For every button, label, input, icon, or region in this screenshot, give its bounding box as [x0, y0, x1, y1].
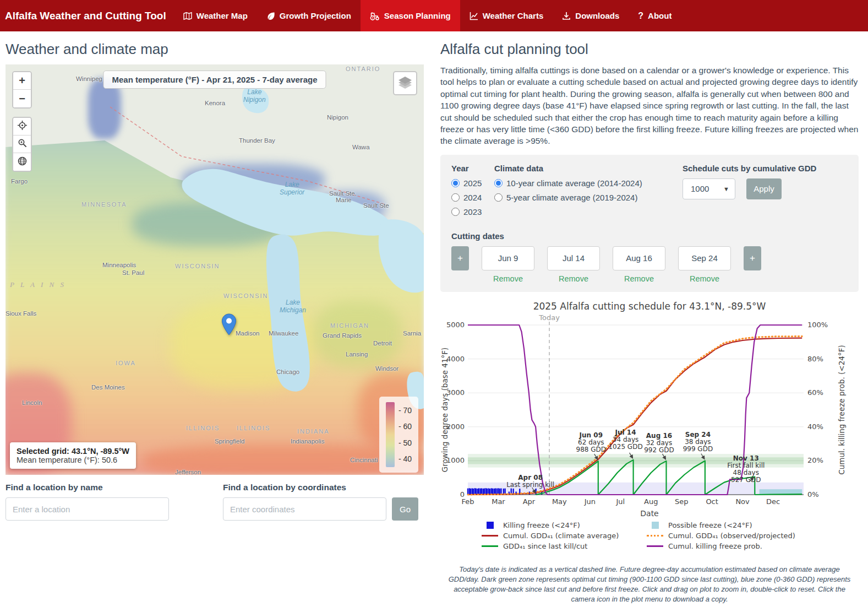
- map-label-minnesota: MINNESOTA: [81, 201, 127, 208]
- map-section-title: Weather and climate map: [6, 41, 424, 58]
- globe-button[interactable]: [13, 153, 31, 171]
- temperature-legend: - 70- 60- 50- 40: [379, 397, 418, 473]
- temperature-legend-gradient: [386, 402, 395, 467]
- schedule-label: Schedule cuts by cumulative GDD: [683, 164, 848, 173]
- cutting-date-input-4[interactable]: [678, 246, 731, 270]
- svg-text:1025 GDD: 1025 GDD: [608, 442, 642, 450]
- gdd-select[interactable]: 1000 ▼: [683, 178, 735, 199]
- legend-item-cumul-gdd-climate-average-[interactable]: Cumul. GDD₄₁ (climate average): [482, 532, 647, 540]
- add-cutting-date-button-left[interactable]: +: [451, 246, 469, 270]
- nav-item-downloads[interactable]: Downloads: [553, 0, 629, 31]
- cutting-date-input-1[interactable]: [482, 246, 534, 270]
- locate-button[interactable]: [13, 118, 31, 136]
- selected-grid-coords: Selected grid: 43.1°N, -89.5°W: [17, 447, 129, 456]
- year-label: Year: [451, 164, 494, 173]
- year-radio-2024[interactable]: [451, 193, 460, 202]
- map-label-marie: Marie: [336, 197, 352, 203]
- temperature-legend-tick: - 60: [398, 422, 412, 431]
- svg-text:Growing degree days (base 41°F: Growing degree days (base 41°F): [440, 347, 449, 472]
- weather-map[interactable]: ONTARIOWinnipegKenoraLake NipigonNipigon…: [6, 64, 424, 475]
- year-option-2024[interactable]: 2024: [451, 193, 494, 202]
- temperature-overlay-cold-patch: [182, 164, 325, 197]
- year-option-label: 2023: [463, 207, 482, 216]
- remove-date-link-4[interactable]: Remove: [690, 274, 719, 283]
- nav-item-season-planning[interactable]: Season Planning: [361, 0, 460, 31]
- remove-date-link-3[interactable]: Remove: [624, 274, 654, 283]
- map-label-lansing: Lansing: [346, 351, 368, 358]
- year-option-2023[interactable]: 2023: [451, 207, 494, 216]
- map-label-wisconsin: WISCONSIN: [223, 293, 269, 299]
- cutting-schedule-plot[interactable]: TodayApr 08Last spring killJun 0962 days…: [440, 314, 850, 508]
- climate-option-5-year-climate-average-2019-2024-[interactable]: 5-year climate average (2019-2024): [494, 193, 681, 202]
- year-radio-2025[interactable]: [451, 179, 460, 187]
- nav-items: Weather MapGrowth ProjectionSeason Plann…: [174, 0, 681, 31]
- question-icon: ?: [638, 12, 643, 20]
- svg-text:Jul 14: Jul 14: [615, 428, 636, 436]
- climate-data-group: Climate data 10-year climate average (20…: [494, 164, 681, 221]
- svg-text:Mar: Mar: [492, 497, 505, 506]
- cutting-date-3: Remove: [613, 246, 665, 283]
- x-axis-title: Date: [440, 509, 859, 518]
- temperature-legend-tick: - 70: [398, 406, 412, 415]
- apply-button[interactable]: Apply: [746, 178, 782, 199]
- legend-item-cumul-killing-freeze-prob-[interactable]: Cumul. killing freeze prob.: [647, 542, 817, 550]
- map-label-detroit: Detroit: [373, 340, 392, 346]
- layers-control[interactable]: [393, 71, 417, 95]
- map-layer-title: Mean temperature (°F) - Apr 21, 2025 - 7…: [103, 71, 326, 89]
- svg-text:Today: Today: [538, 314, 560, 322]
- map-label-cincinnati: Cincinnati: [350, 457, 378, 463]
- svg-text:20%: 20%: [807, 456, 823, 464]
- nav-item-about[interactable]: ?About: [629, 0, 681, 31]
- climate-radio-5-year-climate-average-2019-2024-[interactable]: [494, 193, 503, 202]
- selected-location-marker[interactable]: [221, 313, 237, 338]
- legend-item-killing-freeze-24-f-[interactable]: Killing freeze (<24°F): [482, 521, 647, 529]
- legend-label: GDD₄₁ since last kill/cut: [503, 542, 587, 550]
- nav-item-weather-charts[interactable]: Weather Charts: [460, 0, 553, 31]
- nav-item-growth-projection[interactable]: Growth Projection: [257, 0, 361, 31]
- search-button[interactable]: [13, 136, 31, 153]
- climate-option-10-year-climate-average-2014-2024-[interactable]: 10-year climate average (2014-2024): [494, 178, 681, 188]
- map-label-grand-rapids: Grand Rapids: [323, 332, 362, 339]
- coordinates-input[interactable]: [223, 497, 386, 521]
- go-button[interactable]: Go: [392, 497, 418, 521]
- legend-swatch: [482, 535, 498, 537]
- planner-column: Alfalfa cut planning tool Traditionally,…: [440, 31, 859, 604]
- map-icon: [183, 12, 192, 20]
- top-nav: Alfalfa Weather and Cutting Tool Weather…: [0, 0, 868, 31]
- map-label-winnipeg: Winnipeg: [76, 75, 102, 82]
- year-option-2025[interactable]: 2025: [451, 178, 494, 188]
- legend-item-possible-freeze-24-f-[interactable]: Possible freeze (<24°F): [647, 521, 817, 529]
- chart-footnote: Today's date is indicated as a vertical …: [444, 565, 855, 605]
- add-cutting-date-button-right[interactable]: +: [744, 246, 761, 270]
- map-label-lake-michigan: Lake Michigan: [280, 299, 306, 315]
- remove-date-link-2[interactable]: Remove: [559, 274, 588, 283]
- map-label-p-l-a-i-n-s: P L A I N S: [10, 280, 66, 289]
- legend-item-cumul-gdd-observed-projected-[interactable]: Cumul. GDD₄₁ (observed/projected): [647, 532, 817, 540]
- year-radio-2023[interactable]: [451, 208, 460, 216]
- svg-text:999 GDD: 999 GDD: [683, 445, 713, 453]
- cutting-date-input-3[interactable]: [613, 246, 665, 270]
- nav-item-weather-map[interactable]: Weather Map: [174, 0, 257, 31]
- zoom-in-button[interactable]: +: [13, 72, 31, 90]
- map-label-jefferson: Jefferson: [175, 469, 201, 475]
- selected-grid-temperature: Mean temperature (°F): 50.6: [17, 456, 129, 464]
- lakes-layer: [6, 64, 424, 475]
- svg-text:May: May: [552, 497, 567, 506]
- svg-text:0%: 0%: [807, 490, 819, 499]
- location-name-input[interactable]: [6, 497, 169, 521]
- climate-radio-10-year-climate-average-2014-2024-[interactable]: [494, 179, 503, 187]
- cutting-date-input-2[interactable]: [547, 246, 600, 270]
- remove-date-link-1[interactable]: Remove: [493, 274, 523, 283]
- zoom-out-button[interactable]: −: [13, 90, 31, 107]
- nav-item-label: Growth Projection: [280, 11, 351, 20]
- svg-text:38 days: 38 days: [685, 438, 711, 446]
- nav-item-label: Weather Map: [196, 11, 248, 20]
- find-by-name-label: Find a location by name: [6, 483, 169, 492]
- map-label-minneapolis: Minneapolis: [102, 262, 136, 268]
- legend-swatch: [482, 545, 498, 547]
- legend-item-gdd-since-last-kill-cut[interactable]: GDD₄₁ since last kill/cut: [482, 542, 647, 550]
- tractor-icon: [370, 12, 380, 20]
- svg-text:Aug 16: Aug 16: [646, 432, 672, 440]
- map-label-sault-ste: Sault Ste: [363, 202, 389, 209]
- map-label-ontario: ONTARIO: [346, 66, 380, 72]
